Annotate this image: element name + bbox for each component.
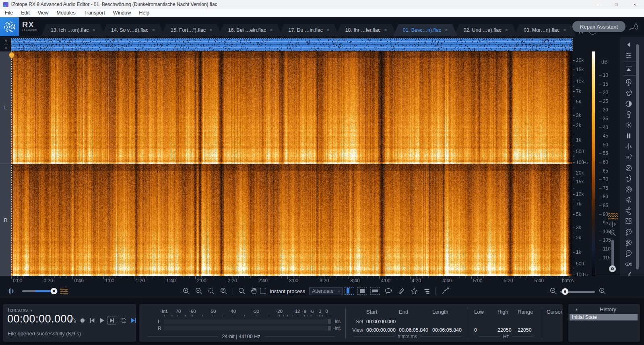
dialogue-isolate-icon[interactable] <box>624 228 633 236</box>
lasso-tool-icon[interactable] <box>384 287 393 296</box>
tab-file[interactable]: 03. Mor…n).flac× <box>514 24 576 36</box>
spectrogram-right[interactable] <box>11 164 572 276</box>
channel-divider[interactable] <box>0 164 572 164</box>
interpolate-icon[interactable] <box>624 217 633 226</box>
playhead-time-display[interactable]: 00:00:00.000 <box>7 313 73 325</box>
module-list-icon[interactable] <box>624 51 633 60</box>
scribble-tool-icon[interactable] <box>629 23 639 32</box>
de-ess-icon[interactable]: Ss <box>624 153 633 162</box>
tab-close-icon[interactable]: × <box>270 27 273 33</box>
maximize-icon[interactable]: □ <box>607 0 625 9</box>
sel-start-value[interactable]: 00:00:00.000 <box>366 319 396 324</box>
monitor-icon[interactable] <box>624 64 633 73</box>
play-selection-icon[interactable] <box>107 316 116 325</box>
view-end-value[interactable]: 00:06:05.840 <box>399 327 428 333</box>
tab-file[interactable]: 16. Bei …eln.flac× <box>219 24 283 36</box>
tab-file[interactable]: 13. Ich …on).flac× <box>41 24 105 36</box>
view-length-value[interactable]: 00:06:05.840 <box>432 327 462 333</box>
repair-assistant-button[interactable]: Repair Assistant <box>572 21 625 32</box>
de-click-icon[interactable] <box>624 99 633 108</box>
de-hum-icon[interactable] <box>624 110 633 119</box>
menu-file[interactable]: File <box>1 9 17 17</box>
spectrogram-blend-icon[interactable] <box>60 287 68 296</box>
waveform-view-icon[interactable] <box>608 221 618 228</box>
de-reverb-icon[interactable] <box>624 185 633 194</box>
monitor-headphones-icon[interactable] <box>69 316 77 324</box>
tab-close-icon[interactable]: × <box>445 27 448 33</box>
time-frequency-selection-tool[interactable] <box>357 287 367 295</box>
hand-tool-icon[interactable] <box>250 287 259 296</box>
spectrogram-view-icon[interactable] <box>608 212 618 220</box>
zoom-tool-icon[interactable] <box>237 287 246 296</box>
brush-tool-icon[interactable] <box>397 287 406 296</box>
dialogue-contour-icon[interactable] <box>624 249 633 258</box>
signal-generator-icon[interactable] <box>441 287 450 296</box>
zoom-fit-icon[interactable] <box>219 287 228 296</box>
play-to-end-icon[interactable] <box>129 316 137 324</box>
waveform-blend-icon[interactable] <box>6 287 15 296</box>
tab-file[interactable]: 14. So v…d).flac× <box>101 24 165 36</box>
menu-modules[interactable]: Modules <box>53 9 80 17</box>
overview-collapse-icon[interactable]: ˅—˄ <box>2 39 10 50</box>
zoom-in-time-icon[interactable] <box>182 287 191 296</box>
de-crackle-icon[interactable] <box>624 164 633 172</box>
dialogue-de-reverb-icon[interactable] <box>624 238 633 247</box>
menu-edit[interactable]: Edit <box>17 9 34 17</box>
de-clip-icon[interactable] <box>624 131 633 140</box>
tab-close-icon[interactable]: × <box>384 27 387 33</box>
menu-view[interactable]: View <box>34 9 53 17</box>
time-ruler[interactable]: h:m:s 0:000:200:401:001:201:402:002:202:… <box>0 276 644 284</box>
de-rustle-icon[interactable] <box>624 195 633 204</box>
time-format-dropdown[interactable]: h:m:s.ms▼ <box>8 307 33 313</box>
freq-range-value[interactable]: 22050 <box>518 327 532 333</box>
de-noise-icon[interactable] <box>624 121 633 129</box>
vertical-zoom-slider[interactable] <box>611 240 614 269</box>
horizontal-zoom-knob[interactable] <box>562 288 568 295</box>
blend-slider-knob[interactable] <box>51 288 57 294</box>
de-bleed-icon[interactable] <box>624 260 633 269</box>
tab-file[interactable]: 02. Und …e).flac× <box>454 24 518 36</box>
zoom-selection-icon[interactable] <box>207 287 216 296</box>
zoom-out-time-icon[interactable] <box>194 287 203 296</box>
tab-close-icon[interactable]: × <box>209 27 213 33</box>
freq-high-value[interactable]: 22050 <box>497 327 512 333</box>
collapse-icon[interactable] <box>624 40 633 49</box>
vertical-zoom-in-icon[interactable] <box>608 228 617 237</box>
waveform-overview[interactable] <box>11 39 572 51</box>
close-icon[interactable]: × <box>625 0 644 9</box>
freq-low-value[interactable]: 0 <box>474 327 477 333</box>
tab-close-icon[interactable]: × <box>505 27 508 33</box>
tab-file[interactable]: 17. Du …in.flac× <box>279 24 339 36</box>
menu-transport[interactable]: Transport <box>80 9 109 17</box>
process-mode-dropdown[interactable]: Attenuate › <box>309 287 343 295</box>
horizontal-zoom-out-icon[interactable] <box>549 287 558 296</box>
tab-close-icon[interactable]: × <box>152 27 155 33</box>
tab-close-icon[interactable]: × <box>93 27 96 33</box>
history-collapse-icon[interactable]: ▲ <box>575 307 578 311</box>
horizontal-zoom-in-icon[interactable] <box>598 287 607 296</box>
menu-window[interactable]: Window <box>109 9 135 17</box>
frequency-selection-tool[interactable] <box>370 287 380 295</box>
tab-close-icon[interactable]: × <box>326 27 330 33</box>
play-icon[interactable] <box>98 316 106 324</box>
menu-help[interactable]: Help <box>135 9 153 17</box>
return-to-start-icon[interactable] <box>88 316 96 324</box>
view-start-value[interactable]: 00:00:00.000 <box>366 327 396 333</box>
multiple-selections-icon[interactable] <box>423 287 431 296</box>
breath-control-icon[interactable] <box>624 88 633 97</box>
loop-icon[interactable] <box>120 316 128 324</box>
izotope-logo-icon[interactable] <box>0 17 19 36</box>
mouth-de-click-icon[interactable] <box>624 174 633 183</box>
tab-file[interactable]: 18. Ihr …ler.flac× <box>336 24 397 36</box>
spectrogram-left[interactable] <box>11 51 572 164</box>
vertical-zoom-knob[interactable] <box>609 265 616 272</box>
record-icon[interactable] <box>78 316 87 324</box>
instant-process-checkbox[interactable] <box>260 288 266 294</box>
playhead-pin[interactable] <box>8 52 15 60</box>
sidebar-scrollbar[interactable] <box>636 44 639 269</box>
history-item[interactable]: Initial State <box>570 314 638 320</box>
magic-wand-tool-icon[interactable] <box>410 287 419 296</box>
tab-file[interactable]: 15. Fort…“).flac× <box>161 24 222 36</box>
time-selection-tool[interactable] <box>345 287 354 295</box>
tab-file[interactable]: 01. Besc…n).flac× <box>393 24 458 36</box>
